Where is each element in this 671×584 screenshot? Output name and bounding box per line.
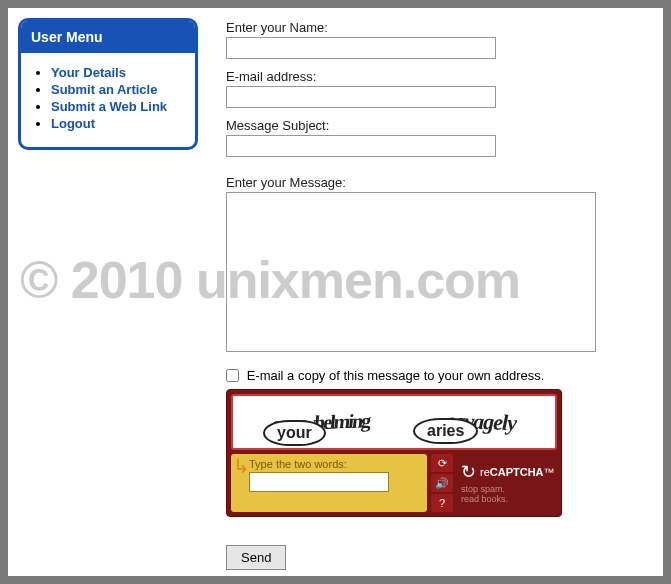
- captcha-bubble-2: aries: [413, 418, 478, 444]
- subject-input[interactable]: [226, 135, 496, 157]
- name-input[interactable]: [226, 37, 496, 59]
- captcha-instruction: Type the two words:: [249, 458, 421, 470]
- name-label: Enter your Name:: [226, 20, 623, 35]
- recaptcha-tagline: stop spam. read books.: [461, 485, 557, 505]
- sidebar-link[interactable]: Your Details: [51, 65, 126, 80]
- message-label: Enter your Message:: [226, 175, 623, 190]
- sidebar-link[interactable]: Submit a Web Link: [51, 99, 167, 114]
- send-button[interactable]: Send: [226, 545, 286, 570]
- email-label: E-mail address:: [226, 69, 623, 84]
- captcha-bottom: ↳ Type the two words: ⟳ 🔊 ? ↻ reCAPTCHA™…: [231, 454, 557, 512]
- sidebar-link[interactable]: Submit an Article: [51, 82, 157, 97]
- sidebar-item-logout[interactable]: Logout: [51, 116, 185, 131]
- message-textarea[interactable]: [226, 192, 596, 352]
- sidebar-item-submit-weblink[interactable]: Submit a Web Link: [51, 99, 185, 114]
- sidebar-item-submit-article[interactable]: Submit an Article: [51, 82, 185, 97]
- captcha-image: overwhelming savagely your aries: [231, 394, 557, 450]
- captcha-input[interactable]: [249, 472, 389, 492]
- copy-row: E-mail a copy of this message to your ow…: [226, 367, 623, 383]
- captcha-bubble-1: your: [263, 420, 326, 446]
- user-menu-list: Your Details Submit an Article Submit a …: [21, 53, 195, 147]
- recaptcha-widget: overwhelming savagely your aries ↳ Type …: [226, 389, 562, 517]
- help-icon: ?: [439, 497, 445, 509]
- recaptcha-logo: ↻ reCAPTCHA™ stop spam. read books.: [461, 454, 557, 512]
- captcha-input-area: ↳ Type the two words:: [231, 454, 427, 512]
- audio-icon: 🔊: [435, 477, 449, 490]
- subject-label: Message Subject:: [226, 118, 623, 133]
- copy-label: E-mail a copy of this message to your ow…: [247, 368, 545, 383]
- page: User Menu Your Details Submit an Article…: [8, 8, 663, 576]
- user-menu-title: User Menu: [21, 21, 195, 53]
- captcha-help-button[interactable]: ?: [431, 494, 453, 512]
- sidebar-link[interactable]: Logout: [51, 116, 95, 131]
- refresh-icon: ⟳: [438, 457, 447, 470]
- user-menu-box: User Menu Your Details Submit an Article…: [18, 18, 198, 150]
- contact-form: Enter your Name: E-mail address: Message…: [208, 8, 663, 576]
- captcha-audio-button[interactable]: 🔊: [431, 474, 453, 492]
- sidebar: User Menu Your Details Submit an Article…: [8, 8, 208, 576]
- arrow-down-icon: ↳: [233, 456, 250, 476]
- recycle-icon: ↻: [461, 461, 476, 483]
- copy-checkbox[interactable]: [226, 369, 239, 382]
- email-input[interactable]: [226, 86, 496, 108]
- sidebar-item-your-details[interactable]: Your Details: [51, 65, 185, 80]
- captcha-refresh-button[interactable]: ⟳: [431, 454, 453, 472]
- recaptcha-brand: reCAPTCHA™: [480, 466, 555, 478]
- captcha-buttons: ⟳ 🔊 ?: [431, 454, 457, 512]
